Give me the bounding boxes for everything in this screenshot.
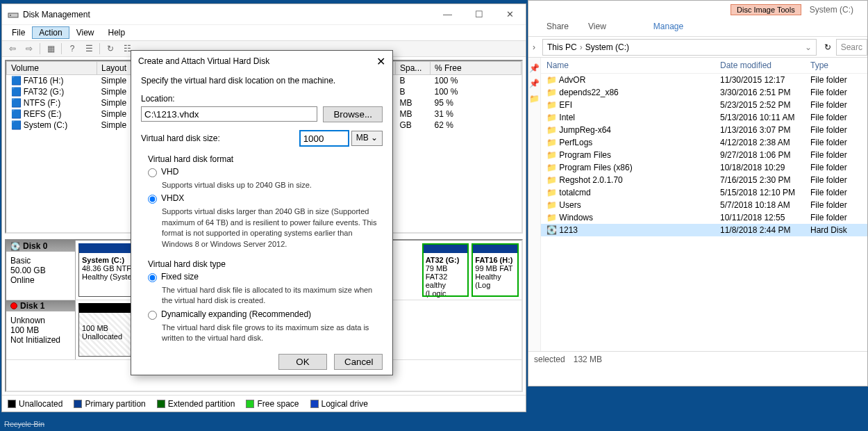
disk1-status: Not Initialized (10, 335, 71, 345)
type-label: Virtual hard disk type (148, 259, 383, 269)
location-label: Location: (141, 94, 383, 104)
list-item[interactable]: 📁 PerfLogs4/12/2018 2:38 AMFile folder (541, 136, 867, 149)
unit-select[interactable]: MB ⌄ (351, 131, 383, 146)
error-icon (10, 302, 17, 309)
chevron-right-icon[interactable]: › (528, 42, 540, 52)
tab-manage[interactable]: Manage (644, 19, 693, 36)
legend-item: Logical drive (310, 399, 368, 409)
dialog-title: Create and Attach Virtual Hard Disk (138, 56, 269, 66)
col-type[interactable]: Type (805, 58, 867, 74)
nav-pane-collapsed[interactable]: 📌 📌 📁 (528, 58, 541, 351)
explorer-path-title: System (C:) (810, 5, 867, 15)
list-item[interactable]: 📁 Intel5/13/2016 10:11 AMFile folder (541, 111, 867, 124)
explorer-window: Disc Image Tools System (C:) Share View … (528, 0, 868, 387)
dm-minimize-button[interactable]: — (432, 4, 463, 25)
forward-icon[interactable]: ⇨ (22, 42, 37, 56)
grid-icon[interactable]: ▦ (43, 42, 58, 56)
ok-button[interactable]: OK (278, 354, 327, 370)
menu-help[interactable]: Help (101, 26, 133, 39)
list-item[interactable]: 📁 JumpReg-x641/13/2016 3:07 PMFile folde… (541, 124, 867, 136)
close-icon[interactable]: ✕ (376, 55, 385, 68)
list-item[interactable]: 📁 totalcmd5/15/2018 12:10 PMFile folder (541, 186, 867, 199)
recycle-bin-label: Recycle Bin (4, 420, 44, 428)
search-input[interactable]: Searc (836, 39, 867, 56)
list-item[interactable]: 📁 EFI5/23/2015 2:52 PMFile folder (541, 99, 867, 111)
dm-title: Disk Management (23, 10, 432, 19)
disk0-status: Online (10, 275, 71, 285)
chevron-right-icon: › (577, 42, 585, 52)
breadcrumb[interactable]: This PC › System (C:) ⌄ (542, 39, 817, 56)
dm-maximize-button[interactable]: ☐ (463, 4, 494, 25)
dialog-description: Specify the virtual hard disk location o… (141, 76, 383, 86)
vhd-radio[interactable] (148, 168, 157, 177)
disk1-name: Disk 1 (20, 301, 44, 311)
list-item[interactable]: 📁 Program Files9/27/2018 1:06 PMFile fol… (541, 149, 867, 161)
status-bar: selected 132 MB (528, 351, 867, 366)
list-item[interactable]: 📁 Regshot 2.0.1.707/16/2015 2:30 PMFile … (541, 174, 867, 186)
menu-file[interactable]: File (5, 26, 32, 39)
dm-close-button[interactable]: ✕ (494, 4, 526, 25)
dm-titlebar: Disk Management — ☐ ✕ (2, 4, 526, 25)
folder-icon[interactable]: 📁 (529, 94, 540, 104)
legend: UnallocatedPrimary partitionExtended par… (2, 395, 526, 412)
location-input[interactable] (141, 106, 317, 122)
dm-menubar: File Action View Help (2, 25, 526, 40)
back-icon[interactable]: ⇦ (5, 42, 20, 56)
menu-view[interactable]: View (69, 26, 101, 39)
disk-mgmt-icon (8, 9, 19, 20)
size-input[interactable] (300, 131, 349, 146)
refresh-icon[interactable]: ↻ (103, 42, 118, 56)
list-item[interactable]: 📁 Program Files (x86)10/18/2018 10:29Fil… (541, 161, 867, 174)
format-label: Virtual hard disk format (148, 154, 383, 164)
legend-item: Primary partition (74, 399, 145, 409)
vol-fat32-g[interactable]: AT32 (G:) 79 MB FAT32 ealthy (Logic (422, 243, 469, 297)
refresh-icon[interactable]: ↻ (819, 42, 836, 52)
col-volume[interactable]: Volume (7, 62, 97, 75)
disk0-size: 50.00 GB (10, 266, 71, 275)
crumb-system-c[interactable]: System (C:) (585, 42, 629, 52)
menu-action[interactable]: Action (32, 26, 69, 39)
fixed-radio[interactable] (148, 273, 157, 282)
file-list: Name Date modified Type 📁 AdvOR11/30/201… (541, 58, 867, 351)
list-item[interactable]: 📁 Windows10/11/2018 12:55File folder (541, 211, 867, 224)
tab-view[interactable]: View (578, 19, 616, 36)
vol-fat16-h[interactable]: FAT16 (H:) 99 MB FAT Healthy (Log (471, 243, 519, 297)
legend-item: Extended partition (157, 399, 235, 409)
disk1-kind: Unknown (10, 316, 71, 325)
disk0-kind: Basic (10, 256, 71, 266)
col-spa[interactable]: Spa... (396, 62, 431, 75)
col-name[interactable]: Name (541, 58, 715, 74)
tab-share[interactable]: Share (537, 19, 578, 36)
create-vhd-dialog: Create and Attach Virtual Hard Disk ✕ Sp… (131, 50, 393, 375)
cancel-button[interactable]: Cancel (334, 354, 383, 370)
pin-icon[interactable]: 📌 (529, 79, 540, 88)
chevron-down-icon[interactable]: ⌄ (805, 42, 812, 52)
context-tab-group[interactable]: Disc Image Tools (731, 4, 801, 15)
status-selected: selected (534, 355, 565, 364)
disk1-size: 100 MB (10, 325, 71, 335)
legend-item: Free space (246, 399, 299, 409)
pin-icon[interactable]: 📌 (529, 63, 540, 73)
legend-item: Unallocated (8, 399, 62, 409)
col-free[interactable]: % Free (431, 62, 521, 75)
dynamic-radio[interactable] (148, 311, 157, 320)
status-size: 132 MB (574, 355, 602, 364)
list-icon[interactable]: ☰ (81, 42, 97, 56)
vhdx-radio[interactable] (148, 195, 157, 204)
col-date[interactable]: Date modified (715, 58, 805, 74)
browse-button[interactable]: Browse... (323, 106, 383, 122)
list-item[interactable]: 📁 depends22_x863/30/2016 2:51 PMFile fol… (541, 86, 867, 99)
svg-point-1 (10, 15, 11, 16)
help-icon[interactable]: ? (65, 42, 80, 56)
disk0-name: Disk 0 (23, 241, 47, 251)
list-item[interactable]: 📁 Users5/7/2018 10:18 AMFile folder (541, 199, 867, 211)
size-label: Virtual hard disk size: (141, 133, 220, 143)
crumb-this-pc[interactable]: This PC (547, 42, 577, 52)
list-item[interactable]: 📁 AdvOR11/30/2015 12:17File folder (541, 74, 867, 87)
list-item[interactable]: 💽 121311/8/2018 2:44 PMHard Disk (541, 224, 867, 236)
